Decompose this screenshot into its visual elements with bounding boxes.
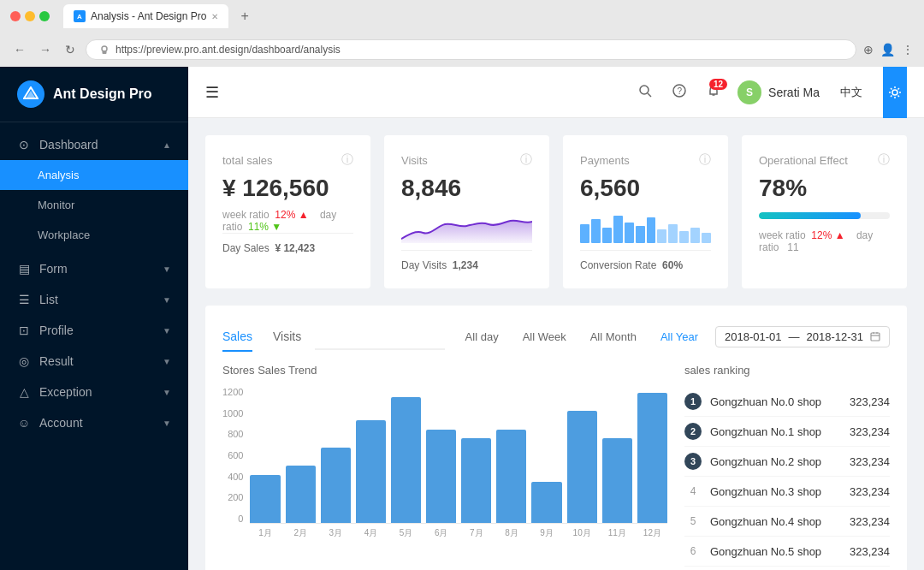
bar-item[interactable] [461,438,491,523]
tab-sales[interactable]: Sales [222,323,252,352]
tab-visits[interactable]: Visits [273,323,301,352]
sales-chart-area: Stores Sales Trend 1200 1000 800 600 400… [222,364,667,570]
bar-item[interactable] [531,482,561,523]
date-range-picker[interactable]: 2018-01-01 — 2018-12-31 [715,326,890,347]
info-icon-0[interactable]: ⓘ [341,152,353,168]
ranking-item: 1Gongzhuan No.0 shop323,234 [684,387,890,417]
sidebar-item-exception[interactable]: △ Exception ▼ [0,377,188,407]
notification-badge: 12 [709,79,727,90]
bar-item[interactable] [286,466,316,523]
y-label-600: 600 [222,450,243,460]
menu-button[interactable]: ⋮ [902,43,914,56]
bar-item[interactable] [496,430,526,523]
svg-point-9 [892,90,897,95]
sidebar: Ant Design Pro ⊙ Dashboard ▲ Analysis Mo… [0,67,188,570]
stat-card-visits: Visits ⓘ 8,846 [384,135,549,288]
new-tab-button[interactable]: + [235,7,253,26]
bar-item[interactable] [637,393,667,523]
address-bar[interactable]: https://preview.pro.ant.design/dashboard… [86,39,856,60]
ranking-item: 3Gongzhuan No.2 shop323,234 [684,447,890,477]
bar-item[interactable] [602,438,632,523]
nav-group-dashboard: ⊙ Dashboard ▲ Analysis Monitor Workplace [0,129,188,250]
filter-allweek[interactable]: All Week [516,327,573,347]
sidebar-item-result[interactable]: ◎ Result ▼ [0,346,188,377]
sidebar-item-label-account: Account [39,416,83,430]
sidebar-item-dashboard[interactable]: ⊙ Dashboard ▲ [0,129,188,160]
question-button[interactable]: ? [669,80,690,104]
app-header: ☰ ? 12 S Serati Ma 中文 [188,67,924,118]
stat-value-operational: 78% [759,175,890,202]
bar-item[interactable] [426,430,456,523]
translate-button[interactable]: ⊕ [863,43,874,56]
bar-item[interactable] [356,420,386,523]
minimize-dot[interactable] [25,11,35,21]
sidebar-item-list[interactable]: ☰ List ▼ [0,284,188,315]
sidebar-item-workplace[interactable]: Workplace [0,220,188,250]
sidebar-item-profile[interactable]: ⊡ Profile ▼ [0,315,188,346]
svg-point-4 [640,86,649,94]
info-icon-3[interactable]: ⓘ [878,152,890,168]
bar-item[interactable] [391,397,421,523]
settings-button[interactable] [883,67,907,118]
profile-nav-icon: ⊡ [17,324,31,337]
form-icon: ▤ [17,262,31,276]
info-icon-1[interactable]: ⓘ [520,152,532,168]
back-button[interactable]: ← [10,41,29,58]
rank-number: 6 [684,543,702,560]
ant-logo-svg [23,86,38,102]
x-label: 8月 [496,527,526,539]
stat-label-payments: Payments ⓘ [580,152,711,168]
browser-tab[interactable]: A Analysis - Ant Design Pro ✕ [63,4,228,28]
info-icon-2[interactable]: ⓘ [699,152,711,168]
analysis-tabs: Sales Visits [222,323,301,350]
sidebar-nav: ⊙ Dashboard ▲ Analysis Monitor Workplace [0,122,188,570]
user-info[interactable]: S Serati Ma [737,80,820,104]
sidebar-item-monitor[interactable]: Monitor [0,190,188,220]
dashboard-icon: ⊙ [17,138,31,151]
sidebar-item-analysis[interactable]: Analysis [0,160,188,190]
ranking-item: 6Gongzhuan No.5 shop323,234 [684,537,890,567]
notification-button[interactable]: 12 [703,80,724,104]
bar-item[interactable] [250,475,280,523]
rank-number: 1 [684,393,702,410]
close-dot[interactable] [10,11,21,21]
stat-label-operational: Operational Effect ⓘ [759,152,890,168]
rank-number: 2 [684,423,702,440]
header-right: ? 12 S Serati Ma 中文 [635,67,907,118]
reload-button[interactable]: ↻ [62,41,79,58]
question-icon: ? [672,84,686,98]
browser-addressbar: ← → ↻ https://preview.pro.ant.design/das… [0,33,924,67]
filter-allday[interactable]: All day [459,327,506,347]
chevron-right-icon-3: ▼ [163,326,171,335]
maximize-dot[interactable] [39,11,50,21]
sidebar-item-label-analysis: Analysis [38,169,79,181]
sidebar-item-form[interactable]: ▤ Form ▼ [0,253,188,284]
language-button[interactable]: 中文 [833,81,869,104]
chart-title: Stores Sales Trend [222,364,667,377]
tab-close-button[interactable]: ✕ [211,12,218,21]
sidebar-item-label-exception: Exception [39,385,92,399]
x-label: 2月 [286,527,316,539]
search-button[interactable] [635,80,655,104]
filter-allyear[interactable]: All Year [654,327,705,347]
rank-value: 323,234 [850,455,890,468]
x-label: 3月 [321,527,351,539]
bar-item[interactable] [567,411,597,523]
user-name: Serati Ma [768,86,820,99]
chevron-up-icon: ▲ [163,140,171,150]
browser-actions: ⊕ 👤 ⋮ [863,43,914,56]
url-text: https://preview.pro.ant.design/dashboard… [116,44,341,56]
stat-label-total-sales: total sales ⓘ [222,152,353,168]
rank-number: 4 [684,483,702,500]
logo-icon [17,80,44,108]
menu-toggle-button[interactable]: ☰ [205,83,219,102]
sidebar-item-account[interactable]: ☺ Account ▼ [0,407,188,438]
x-label: 10月 [567,527,597,539]
svg-rect-10 [871,333,880,341]
bar-item[interactable] [321,448,351,523]
stat-label-visits: Visits ⓘ [401,152,532,168]
forward-button[interactable]: → [36,41,55,58]
svg-line-5 [648,93,651,97]
filter-allmonth[interactable]: All Month [583,327,643,347]
profile-button[interactable]: 👤 [880,43,895,56]
